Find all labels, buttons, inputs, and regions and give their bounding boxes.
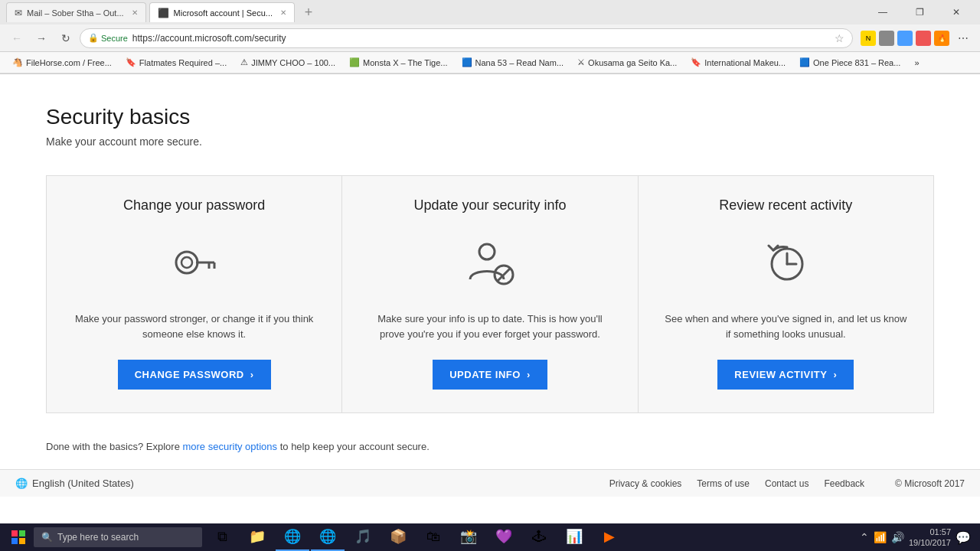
bookmark-nana[interactable]: 🟦 Nana 53 – Read Nam... [456,54,570,71]
bookmark-flatmates-label: Flatmates Required –... [139,58,227,67]
refresh-button[interactable]: ↻ [55,28,77,49]
taskbar-app-task-view[interactable]: ⧉ [205,523,239,551]
svg-rect-13 [11,538,18,544]
taskbar-app-chrome[interactable]: 🌐 [276,523,309,551]
svg-rect-11 [11,530,18,536]
taskbar-tray: ⌃ 📶 🔊 01:57 19/10/2017 💬 [860,527,977,549]
card-security-info: Update your security info Make sure your… [342,176,638,412]
browser-titlebar: ✉ Mail – Sober Stha – Out... ✕ ⬛ Microso… [0,0,980,74]
bookmark-monsta[interactable]: 🟩 Monsta X – The Tige... [343,54,453,71]
search-icon: 🔍 [41,532,53,543]
ext-2[interactable] [897,31,913,46]
tab-security-favicon: ⬛ [158,8,169,18]
bookmark-jimmy-label: JIMMY CHOO – 100... [251,58,335,67]
bookmark-onepiece[interactable]: 🟦 One Piece 831 – Rea... [793,54,906,71]
page-footer: 🌐 English (United States) Privacy & cook… [0,469,980,497]
bookmark-international-label: International Makeu... [704,58,786,67]
taskbar-app-blue[interactable]: 📊 [557,523,591,551]
bookmarks-bar: 🐴 FileHorse.com / Free... 🔖 Flatmates Re… [0,52,980,73]
bookmark-okusama[interactable]: ⚔ Okusama ga Seito Ka... [571,54,683,71]
tray-date: 19/10/2017 [909,537,951,548]
taskbar-app-photos[interactable]: 📸 [452,523,485,551]
tray-network-icon[interactable]: 📶 [874,531,887,543]
taskbar-clock[interactable]: 01:57 19/10/2017 [909,527,951,549]
svg-point-1 [181,257,192,268]
tray-arrow-icon[interactable]: ⌃ [860,531,869,543]
card-activity-desc: See when and where you've signed in, and… [662,311,910,341]
card-info-icon [459,232,521,293]
security-cards: Change your password Make your password … [46,175,934,413]
card-info-title: Update your security info [413,197,566,214]
bookmark-international-icon: 🔖 [691,57,701,67]
tab-security-label: Microsoft account | Secu... [174,8,273,18]
taskbar-app-file-explorer[interactable]: 📁 [240,523,274,551]
bookmarks-more[interactable]: » [908,54,925,71]
footer-language[interactable]: 🌐 English (United States) [15,478,134,489]
navigation-bar: ← → ↻ 🔒 Secure https://account.microsoft… [0,24,980,52]
bookmark-filehorse[interactable]: 🐴 FileHorse.com / Free... [6,54,118,71]
taskbar-app-purple[interactable]: 💜 [487,523,521,551]
taskbar-app-nimbus[interactable]: 🌐 [311,523,345,551]
footer-contact-link[interactable]: Contact us [765,478,808,489]
close-button[interactable]: ✕ [939,0,974,24]
bookmark-monsta-label: Monsta X – The Tige... [363,58,447,67]
start-button[interactable] [3,523,34,551]
bookmark-filehorse-icon: 🐴 [12,57,23,67]
ext-norton[interactable]: N [861,31,876,46]
card-activity-icon [755,232,816,293]
card-password-icon [164,232,225,293]
forward-button[interactable]: → [31,28,52,49]
card-info-desc: Make sure your info is up to date. This … [365,311,614,341]
bookmark-jimmy[interactable]: ⚠ JIMMY CHOO – 100... [234,54,341,71]
card-activity: Review recent activity See when and wher… [639,176,933,412]
card-activity-title: Review recent activity [719,197,852,214]
taskbar-app-dropbox[interactable]: 📦 [381,523,415,551]
card-password-desc: Make your password stronger, or change i… [70,311,318,341]
maximize-button[interactable]: ❐ [902,0,937,24]
tray-time: 01:57 [909,527,951,537]
taskbar-app-store[interactable]: 🛍 [416,523,450,551]
bookmark-okusama-label: Okusama ga Seito Ka... [588,58,677,67]
minimize-button[interactable]: — [865,0,900,24]
update-info-button[interactable]: UPDATE INFO › [433,360,547,390]
review-activity-button[interactable]: REVIEW ACTIVITY › [717,360,854,390]
taskbar-search[interactable]: 🔍 Type here to search [34,527,202,547]
footer-privacy-link[interactable]: Privacy & cookies [609,478,682,489]
tray-volume-icon[interactable]: 🔊 [891,531,904,543]
tab-security[interactable]: ⬛ Microsoft account | Secu... ✕ [149,2,295,22]
new-tab-button[interactable]: + [298,2,319,22]
window-controls: — ❐ ✕ [865,0,974,24]
bookmark-international[interactable]: 🔖 International Makeu... [684,54,792,71]
more-security-options-link[interactable]: more security options [182,441,277,452]
bookmark-onepiece-label: One Piece 831 – Rea... [813,58,900,67]
ext-1[interactable] [879,31,894,46]
address-bar[interactable]: 🔒 Secure https://account.microsoft.com/s… [80,28,853,48]
page-subtitle: Make your account more secure. [46,135,934,148]
tab-security-close[interactable]: ✕ [280,8,286,17]
footer-copyright: © Microsoft 2017 [895,478,965,489]
bookmark-flatmates[interactable]: 🔖 Flatmates Required –... [119,54,233,71]
notification-icon[interactable]: 💬 [956,530,971,545]
footer-feedback-link[interactable]: Feedback [824,478,864,489]
tab-mail-favicon: ✉ [15,8,22,18]
title-bar: ✉ Mail – Sober Stha – Out... ✕ ⬛ Microso… [0,0,980,24]
taskbar: 🔍 Type here to search ⧉ 📁 🌐 🌐 🎵 📦 🛍 📸 💜 … [0,523,980,551]
taskbar-app-vlc[interactable]: 🎵 [346,523,380,551]
bookmark-star[interactable]: ☆ [835,32,844,44]
card-password: Change your password Make your password … [47,176,342,412]
ext-4[interactable]: 🔥 [934,31,949,46]
taskbar-apps: ⧉ 📁 🌐 🌐 🎵 📦 🛍 📸 💜 🕹 📊 ▶ [205,523,626,551]
taskbar-app-media[interactable]: ▶ [593,523,626,551]
change-password-button[interactable]: CHANGE PASSWORD › [118,360,271,390]
footer-text-after: to help keep your account secure. [280,441,430,452]
back-button[interactable]: ← [6,28,28,49]
bookmark-nana-icon: 🟦 [462,57,472,67]
svg-rect-14 [19,538,25,544]
tab-mail-close[interactable]: ✕ [132,8,138,17]
more-options-button[interactable]: ⋯ [952,28,974,49]
tab-mail[interactable]: ✉ Mail – Sober Stha – Out... ✕ [6,2,146,22]
footer-terms-link[interactable]: Terms of use [697,478,750,489]
bookmark-filehorse-label: FileHorse.com / Free... [26,58,112,67]
ext-3[interactable] [916,31,931,46]
taskbar-app-game[interactable]: 🕹 [522,523,556,551]
